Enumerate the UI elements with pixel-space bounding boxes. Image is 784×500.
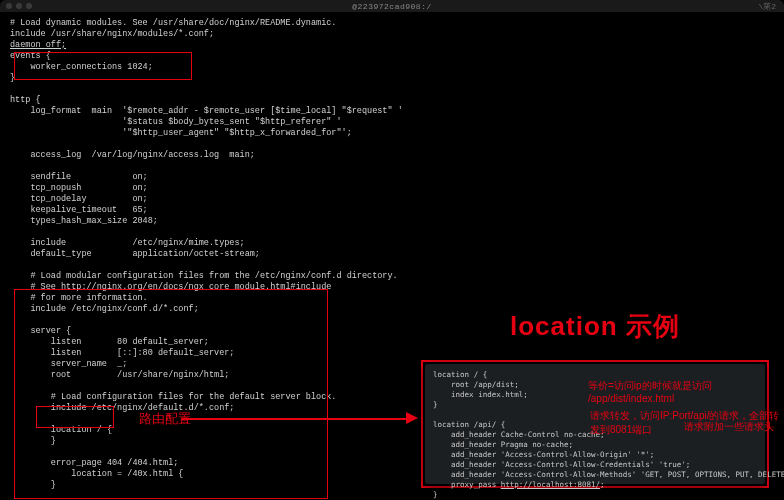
code-line: include /usr/share/nginx/modules/*.conf;: [10, 29, 774, 40]
code-line: [10, 260, 774, 271]
example-code-line: add_header 'Access-Control-Allow-Credent…: [433, 460, 757, 470]
code-line: daemon off;: [10, 40, 774, 51]
example-code-line: }: [433, 490, 757, 500]
window-title-right: \第2: [758, 1, 776, 12]
example-code-line: proxy_pass http://localhost:8081/;: [433, 480, 757, 490]
maximize-icon[interactable]: [26, 3, 32, 9]
code-line: tcp_nopush on;: [10, 183, 774, 194]
code-line: [10, 139, 774, 150]
window-controls: [6, 3, 32, 9]
example-heading: location 示例: [510, 309, 680, 344]
code-line: keepalive_timeout 65;: [10, 205, 774, 216]
code-line: types_hash_max_size 2048;: [10, 216, 774, 227]
code-line: default_type application/octet-stream;: [10, 249, 774, 260]
highlight-server-box: [14, 289, 328, 499]
code-line: tcp_nodelay on;: [10, 194, 774, 205]
minimize-icon[interactable]: [16, 3, 22, 9]
highlight-events-box: [14, 52, 192, 80]
close-icon[interactable]: [6, 3, 12, 9]
example-code-line: add_header 'Access-Control-Allow-Methods…: [433, 470, 757, 480]
terminal-window: @223972cad908:/ \第2 # Load dynamic modul…: [0, 0, 784, 500]
example-code-line: add_header Pragma no-cache;: [433, 440, 757, 450]
code-line: [10, 84, 774, 95]
annotation-add-header: 请求附加一些请求头: [684, 420, 774, 434]
code-line: access_log /var/log/nginx/access.log mai…: [10, 150, 774, 161]
terminal-content[interactable]: # Load dynamic modules. See /usr/share/d…: [0, 12, 784, 500]
code-line: sendfile on;: [10, 172, 774, 183]
code-line: '$status $body_bytes_sent "$http_referer…: [10, 117, 774, 128]
example-code-line: add_header 'Access-Control-Allow-Origin'…: [433, 450, 757, 460]
code-line: http {: [10, 95, 774, 106]
code-line: '"$http_user_agent" "$http_x_forwarded_f…: [10, 128, 774, 139]
code-line: # Load dynamic modules. See /usr/share/d…: [10, 18, 774, 29]
code-line: # Load modular configuration files from …: [10, 271, 774, 282]
code-line: log_format main '$remote_addr - $remote_…: [10, 106, 774, 117]
code-line: include /etc/nginx/mime.types;: [10, 238, 774, 249]
window-title: @223972cad908:/: [352, 2, 432, 11]
code-line: [10, 161, 774, 172]
arrow-icon: [182, 414, 422, 424]
titlebar: @223972cad908:/ \第2: [0, 0, 784, 12]
code-line: [10, 227, 774, 238]
annotation-equiv: 等价=访问ip的时候就是访问 /app/dist/index.html: [588, 379, 784, 404]
highlight-location-box: [36, 406, 114, 428]
